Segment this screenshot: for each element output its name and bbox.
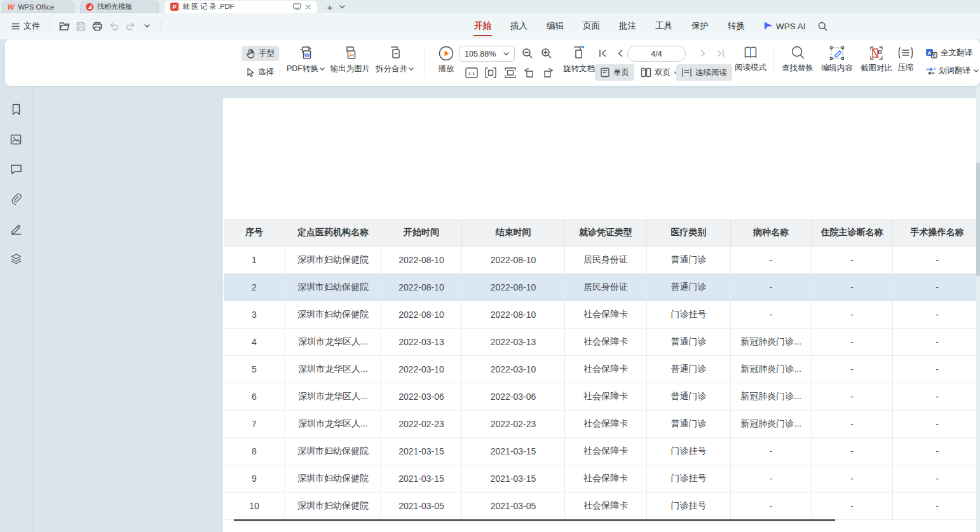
chevron-down-icon	[320, 67, 325, 71]
table-cell: -	[731, 247, 812, 274]
file-menu-button[interactable]: 文件	[8, 18, 44, 34]
paperclip-icon	[10, 193, 22, 205]
attachments-panel-button[interactable]	[8, 191, 24, 207]
table-cell: 2022-08-10	[381, 247, 462, 274]
page-number-input[interactable]: 4/4	[627, 46, 686, 62]
table-row: 10深圳市妇幼保健院2021-03-052021-03-05社会保障卡门诊挂号-…	[224, 493, 976, 520]
menu-protect[interactable]: 保护	[682, 13, 718, 39]
layers-panel-button[interactable]	[8, 250, 24, 267]
menu-search-button[interactable]	[815, 18, 831, 34]
wps-logo-icon: W	[8, 3, 14, 11]
prev-page-button[interactable]	[613, 47, 626, 60]
monitor-icon[interactable]	[293, 3, 301, 10]
table-cell: 2021-03-05	[462, 493, 565, 520]
table-cell: 3	[224, 301, 285, 329]
menu-page[interactable]: 页面	[573, 13, 609, 39]
fit-width-button[interactable]	[483, 65, 498, 80]
hand-tool-button[interactable]: 手型	[242, 46, 279, 61]
table-header-row: 序号定点医药机构名称开始时间结束时间就诊凭证类型医疗类别病种名称住院主诊断名称手…	[224, 219, 976, 247]
menu-convert[interactable]: 转换	[718, 13, 754, 39]
split-merge-button[interactable]: 拆分合并	[372, 45, 417, 74]
compress-button[interactable]: 压缩	[891, 45, 920, 73]
fit-page-button[interactable]	[503, 65, 518, 80]
tab-docer-templates[interactable]: 找稻壳模板	[80, 1, 159, 13]
export-image-button[interactable]: 输出为图片	[328, 45, 372, 74]
quickbar-chevron-icon[interactable]	[139, 18, 155, 34]
rotate-document-icon	[571, 44, 587, 62]
play-button[interactable]: 播放	[430, 45, 463, 74]
table-cell: 社会保障卡	[565, 411, 647, 438]
wps-ai-label: WPS AI	[776, 22, 806, 31]
hand-icon	[246, 48, 255, 58]
table-cell: -	[893, 247, 976, 274]
rotate-right-button[interactable]	[540, 65, 555, 80]
table-cell: -	[731, 493, 812, 520]
thumbnails-panel-button[interactable]	[8, 131, 24, 147]
table-cell: 2022-03-06	[462, 383, 565, 411]
next-page-button[interactable]	[697, 47, 709, 60]
menu-comment[interactable]: 批注	[609, 13, 646, 39]
menu-home[interactable]: 开始	[465, 13, 501, 39]
wps-ai-button[interactable]: WPS AI	[754, 22, 812, 31]
table-cell: 2021-03-15	[462, 465, 565, 493]
table-cell: 2	[224, 274, 285, 301]
print-button[interactable]	[89, 18, 105, 34]
split-merge-icon	[387, 45, 402, 62]
save-button[interactable]	[72, 18, 89, 34]
menu-edit[interactable]: 编辑	[537, 13, 573, 39]
left-panel-sidebar	[0, 86, 32, 532]
scrollbar-thumb[interactable]	[976, 162, 980, 276]
full-text-translate-button[interactable]: A 全文翻译	[925, 48, 972, 58]
table-cell: 深圳市龙华区人...	[285, 329, 381, 356]
split-merge-label: 拆分合并	[376, 64, 407, 74]
last-page-button[interactable]	[714, 47, 726, 60]
table-cell: 2021-03-15	[462, 438, 565, 465]
table-row: 8深圳市妇幼保健院2021-03-152021-03-15社会保障卡门诊挂号--…	[224, 438, 976, 465]
first-page-button[interactable]	[596, 47, 609, 60]
continuous-read-button[interactable]: 连续阅读	[676, 64, 732, 81]
read-mode-button[interactable]: 阅读模式	[728, 45, 773, 73]
undo-button[interactable]	[105, 18, 122, 34]
pdf-convert-button[interactable]: W PDF转换	[283, 45, 328, 74]
table-cell: 门诊挂号	[647, 301, 731, 329]
zoom-level-select[interactable]: 105.88%	[459, 46, 515, 62]
zoom-in-button[interactable]	[540, 47, 553, 60]
export-image-icon	[343, 45, 358, 62]
rotate-left-button[interactable]	[522, 65, 537, 80]
first-page-icon	[599, 50, 607, 57]
table-cell: 新冠肺炎门诊...	[731, 329, 812, 356]
chevron-down-icon	[974, 69, 979, 72]
word-translate-button[interactable]: A 划词翻译	[925, 65, 979, 76]
table-cell: 普通门诊	[647, 274, 731, 301]
pdf-file-icon: P	[170, 3, 179, 11]
menu-insert[interactable]: 插入	[501, 13, 537, 39]
vertical-scrollbar[interactable]	[976, 86, 980, 532]
table-cell: -	[731, 438, 812, 465]
single-page-button[interactable]: 单页	[595, 64, 634, 81]
table-cell: 4	[224, 329, 285, 356]
redo-button[interactable]	[122, 18, 139, 34]
table-cell: 深圳市龙华区人...	[285, 383, 381, 411]
menu-tools[interactable]: 工具	[646, 13, 682, 39]
export-image-label: 输出为图片	[330, 64, 371, 74]
bookmarks-panel-button[interactable]	[8, 101, 24, 118]
comments-panel-button[interactable]	[8, 161, 24, 177]
table-cell: -	[812, 493, 893, 520]
open-file-button[interactable]	[56, 18, 72, 34]
edit-content-button[interactable]: 编辑内容	[815, 45, 859, 74]
tab-list-chevron-icon[interactable]	[336, 1, 348, 13]
tab-wps-office[interactable]: W WPS Office	[2, 1, 74, 13]
zoom-out-button[interactable]	[521, 47, 534, 60]
select-tool-button[interactable]: 选择	[242, 64, 278, 79]
actual-size-button[interactable]: 1:1	[464, 65, 479, 80]
divider	[425, 48, 425, 77]
find-replace-button[interactable]: 查找替换	[775, 45, 820, 74]
last-page-icon	[716, 50, 725, 57]
tab-medical-record-pdf[interactable]: P 就 医 记 录 .PDF	[165, 1, 317, 13]
new-tab-button[interactable]: +	[323, 1, 336, 13]
zoom-value: 105.88%	[465, 50, 496, 58]
signature-panel-button[interactable]	[8, 221, 24, 237]
divider	[280, 48, 280, 77]
close-tab-icon[interactable]	[305, 4, 311, 10]
chevron-down-icon	[503, 52, 509, 56]
